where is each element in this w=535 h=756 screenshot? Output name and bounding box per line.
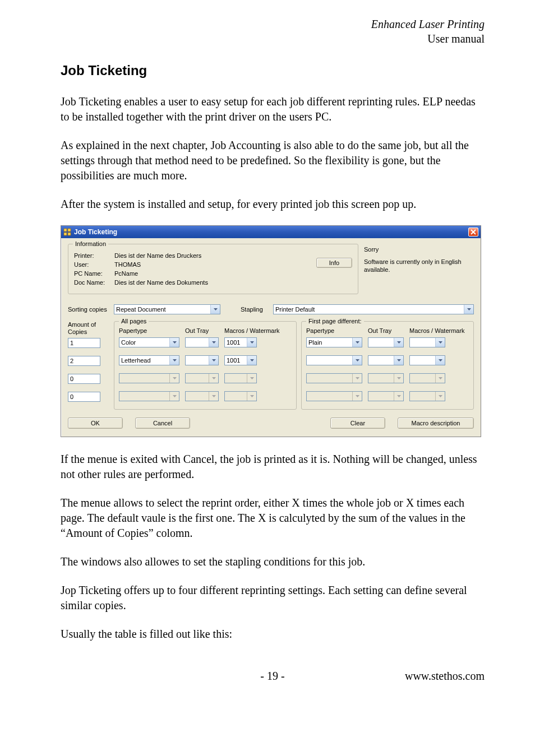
chevron-down-icon <box>435 338 445 347</box>
chevron-down-icon <box>352 392 362 401</box>
macros-select[interactable] <box>409 355 445 365</box>
macros-select[interactable]: 1001 <box>224 337 257 347</box>
info-row: Doc Name: Dies ist der Name des Dokument… <box>74 279 352 286</box>
outtray-select <box>185 391 219 401</box>
header-papertype: Papertype <box>306 327 362 334</box>
language-notice: Sorry Software is currently only in Engl… <box>364 244 474 294</box>
chevron-down-icon <box>394 338 403 347</box>
titlebar[interactable]: Job Ticketing <box>61 226 481 238</box>
papertype-select[interactable] <box>306 355 362 365</box>
chevron-down-icon <box>435 356 445 365</box>
header-outtray: Out Tray <box>185 327 219 334</box>
svg-marker-13 <box>250 359 254 361</box>
information-group: Information Printer: Dies ist der Name d… <box>68 244 358 294</box>
sorting-copies-label: Sorting copies <box>68 306 109 313</box>
amount-input-2[interactable]: 2 <box>68 356 100 366</box>
info-row: Printer: Dies ist der Name des Druckers <box>74 252 352 259</box>
outtray-select[interactable] <box>368 355 404 365</box>
chevron-down-icon <box>169 374 179 383</box>
info-label-docname: Doc Name: <box>74 279 111 286</box>
paragraph: Job Ticketing enables a user to easy set… <box>61 94 485 124</box>
chevron-down-icon <box>169 392 179 401</box>
information-legend: Information <box>73 240 108 247</box>
macros-select[interactable]: 1001 <box>224 355 257 365</box>
svg-marker-9 <box>212 341 216 344</box>
outtray-select[interactable] <box>185 355 219 365</box>
chevron-down-icon <box>435 392 445 401</box>
header-title: Enhanced Laser Printing <box>61 17 485 31</box>
info-button[interactable]: Info <box>316 258 352 268</box>
header-macros: Macros / Watermark <box>224 327 292 334</box>
outtray-select[interactable] <box>185 337 219 347</box>
papertype-select[interactable]: Color <box>119 337 179 347</box>
svg-marker-24 <box>397 359 401 361</box>
chevron-down-icon <box>209 338 218 347</box>
table-row <box>306 391 469 401</box>
chevron-down-icon <box>352 374 362 383</box>
outtray-select[interactable] <box>368 337 404 347</box>
svg-marker-25 <box>439 359 442 361</box>
macros-select <box>224 391 257 401</box>
svg-marker-29 <box>356 395 359 397</box>
all-pages-group: All pages Papertype Out Tray Macros / Wa… <box>114 321 297 410</box>
svg-marker-10 <box>250 341 254 344</box>
app-icon <box>63 228 72 236</box>
close-icon <box>471 229 476 235</box>
outtray-select <box>368 391 404 401</box>
chevron-down-icon <box>352 356 362 365</box>
svg-marker-15 <box>212 377 216 379</box>
svg-rect-0 <box>64 229 67 231</box>
page-footer: - 19 - www.stethos.com <box>61 670 485 683</box>
chevron-down-icon <box>169 338 179 347</box>
amount-of-copies-header: Amount of Copies <box>68 321 109 338</box>
svg-marker-17 <box>173 395 177 397</box>
svg-marker-7 <box>467 308 471 310</box>
stapling-select[interactable]: Printer Default <box>273 304 474 314</box>
papertype-select[interactable]: Plain <box>306 337 362 347</box>
svg-rect-3 <box>68 233 71 235</box>
macro-description-button[interactable]: Macro description <box>398 418 474 429</box>
chevron-down-icon <box>435 374 445 383</box>
table-row <box>306 355 469 365</box>
table-row: Color 1001 <box>119 337 292 347</box>
amount-input-3[interactable]: 0 <box>68 374 100 384</box>
outtray-select <box>368 373 404 383</box>
section-title: Job Ticketing <box>61 63 485 78</box>
svg-marker-6 <box>214 308 218 310</box>
notice-line: Software is currently only in English av… <box>364 258 474 274</box>
svg-marker-8 <box>173 341 177 344</box>
notice-line: Sorry <box>364 246 474 254</box>
papertype-select <box>306 373 362 383</box>
table-row: Letterhead 1001 <box>119 355 292 365</box>
macros-select[interactable] <box>409 337 445 347</box>
svg-marker-21 <box>397 341 401 344</box>
svg-rect-1 <box>68 229 71 231</box>
table-row <box>119 373 292 383</box>
svg-marker-18 <box>212 395 216 397</box>
info-value-docname: Dies ist der Name des Dokuments <box>114 279 352 286</box>
header-papertype: Papertype <box>119 327 179 334</box>
all-pages-legend: All pages <box>119 318 149 324</box>
paragraph: The menue allows to select the reprint o… <box>61 495 485 541</box>
clear-button[interactable]: Clear <box>330 418 385 429</box>
chevron-down-icon <box>394 374 403 383</box>
ok-button[interactable]: OK <box>68 418 123 429</box>
chevron-down-icon <box>352 338 362 347</box>
outtray-select <box>185 373 219 383</box>
papertype-select <box>119 391 179 401</box>
amount-input-1[interactable]: 1 <box>68 338 100 348</box>
cancel-button[interactable]: Cancel <box>135 418 190 429</box>
table-row <box>306 373 469 383</box>
info-row: PC Name: PcName <box>74 270 352 277</box>
svg-marker-28 <box>439 377 442 379</box>
paragraph: After the system is installed and setup,… <box>61 197 485 212</box>
papertype-select[interactable]: Letterhead <box>119 355 179 365</box>
svg-marker-14 <box>173 377 177 379</box>
paragraph: The windows also allowes to set the stap… <box>61 554 485 569</box>
papertype-select <box>306 391 362 401</box>
sorting-copies-select[interactable]: Repeat Document <box>114 304 220 314</box>
svg-marker-26 <box>356 377 359 379</box>
close-button[interactable] <box>468 228 478 236</box>
info-row: User: THOMAS <box>74 261 352 268</box>
amount-input-4[interactable]: 0 <box>68 392 100 402</box>
